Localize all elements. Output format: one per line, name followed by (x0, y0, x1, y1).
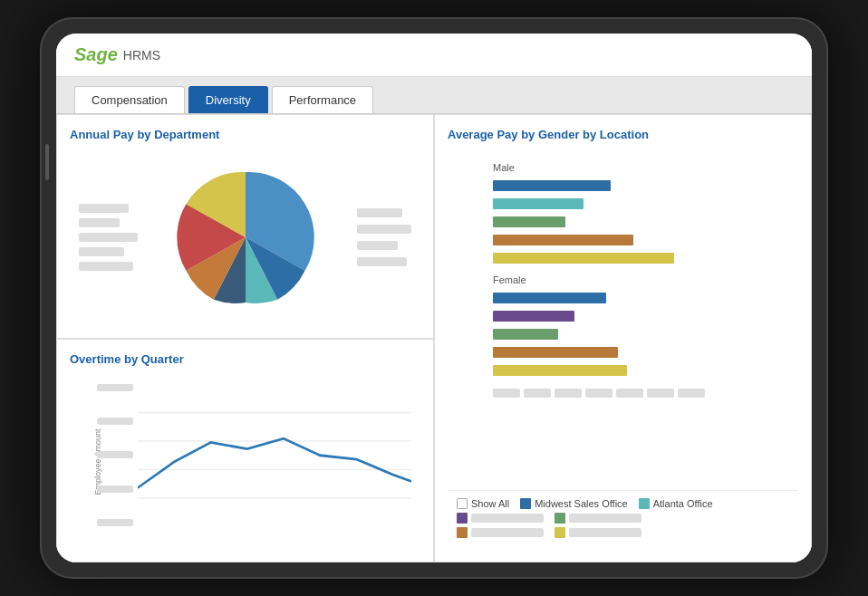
pie-legend-left (79, 150, 138, 325)
purple-swatch (457, 513, 468, 524)
sage-logo: Sage (74, 44, 118, 65)
tab-diversity[interactable]: Diversity (188, 86, 268, 113)
bar-fill (493, 180, 611, 191)
bar-row-male-2 (448, 197, 798, 211)
hrms-label: HRMS (123, 48, 160, 62)
line-svg (138, 384, 411, 527)
bar-fill (493, 198, 583, 209)
legend-bar-r2 (357, 225, 411, 234)
tablet-screen: Sage HRMS Compensation Diversity Perform… (56, 34, 812, 562)
bar-chart-title: Average Pay by Gender by Location (448, 128, 798, 141)
midwest-swatch (520, 498, 531, 509)
legend-placeholder-4 (569, 528, 641, 537)
pie-chart-area (70, 150, 420, 325)
legend-yellow[interactable] (555, 527, 641, 538)
tabs-bar: Compensation Diversity Performance (56, 77, 812, 114)
bar-fill (493, 235, 633, 245)
yellow-swatch (555, 527, 565, 538)
pie-legend-right (357, 150, 411, 325)
bar-row-female-4 (448, 345, 798, 360)
legend-row-1: Show All Midwest Sales Office Atlanta Of… (457, 498, 789, 509)
legend-row-2 (457, 513, 789, 524)
show-all-swatch (457, 498, 468, 509)
legend-midwest[interactable]: Midwest Sales Office (520, 498, 628, 509)
bar-fill (493, 329, 558, 340)
midwest-label: Midwest Sales Office (535, 498, 628, 509)
bar-fill (493, 365, 627, 376)
legend-show-all[interactable]: Show All (457, 498, 509, 509)
bar-group-female-label: Female (493, 274, 798, 285)
line-chart-area: Employee Amount (70, 375, 420, 550)
legend-bar-1 (79, 204, 129, 213)
legend-bar-4 (79, 247, 124, 256)
legend-bar-2 (79, 218, 120, 227)
atlanta-label: Atlanta Office (653, 498, 713, 509)
bar-row-male-1 (448, 178, 798, 193)
bar-fill (493, 293, 606, 303)
bar-row-male-4 (448, 233, 798, 247)
legend-green[interactable] (555, 513, 641, 524)
line-chart-title: Overtime by Quarter (70, 352, 420, 366)
bar-row-female-1 (448, 291, 798, 305)
legend-bar-3 (79, 233, 138, 242)
tablet-frame: Sage HRMS Compensation Diversity Perform… (40, 17, 828, 579)
bar-fill (493, 311, 574, 322)
bar-row-female-5 (448, 363, 798, 378)
atlanta-swatch (639, 498, 650, 509)
legend-atlanta[interactable]: Atlanta Office (639, 498, 713, 509)
legend-bar-r3 (357, 241, 398, 250)
pie-svg (173, 165, 318, 310)
bar-group-male-label: Male (493, 162, 798, 173)
dashboard: Annual Pay by Department (56, 114, 812, 562)
bar-chart-card: Average Pay by Gender by Location Male (434, 114, 812, 562)
bar-chart-legend: Show All Midwest Sales Office Atlanta Of… (448, 490, 798, 549)
brown-swatch (457, 527, 468, 538)
show-all-label: Show All (471, 498, 509, 509)
bar-fill (493, 253, 674, 264)
app-header: Sage HRMS (56, 34, 812, 77)
bar-chart-area: Male (448, 150, 798, 490)
legend-placeholder-1 (471, 514, 544, 523)
legend-bar-5 (79, 262, 133, 271)
bar-row-male-5 (448, 251, 798, 265)
line-chart-card: Overtime by Quarter Employee Amount (56, 339, 434, 563)
tab-compensation[interactable]: Compensation (74, 86, 185, 113)
green-swatch (555, 513, 565, 524)
legend-brown[interactable] (457, 527, 544, 538)
pie-chart-title: Annual Pay by Department (70, 128, 420, 141)
legend-placeholder-3 (471, 528, 544, 537)
bar-fill (493, 216, 565, 227)
bar-row-female-3 (448, 327, 798, 341)
bar-row-male-3 (448, 215, 798, 229)
legend-purple[interactable] (457, 513, 544, 524)
tab-performance[interactable]: Performance (272, 86, 373, 113)
bar-fill (493, 347, 618, 358)
legend-row-3 (457, 527, 789, 538)
legend-placeholder-2 (569, 514, 641, 523)
pie-chart-card: Annual Pay by Department (56, 114, 434, 339)
legend-bar-r1 (357, 208, 402, 217)
legend-bar-r4 (357, 257, 407, 266)
bar-row-female-2 (448, 309, 798, 323)
